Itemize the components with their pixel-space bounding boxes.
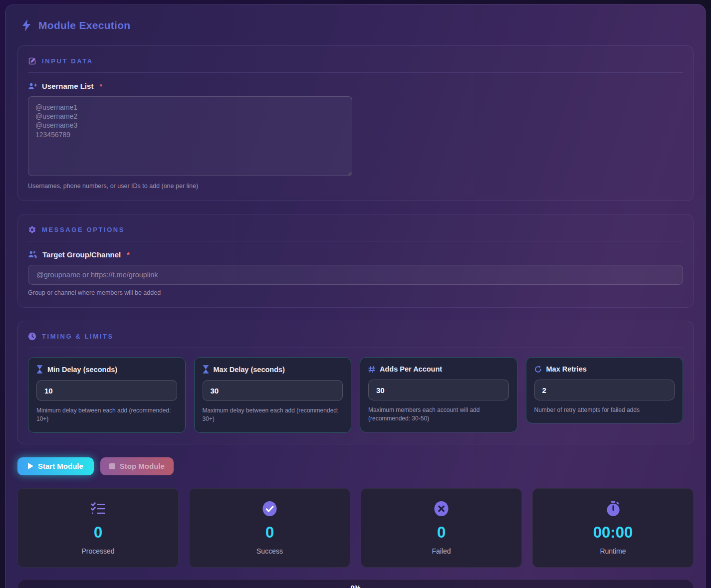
hash-icon bbox=[368, 366, 375, 373]
input-data-section-header: INPUT DATA bbox=[28, 55, 683, 73]
input-data-section: INPUT DATA Username List * Usernames, ph… bbox=[17, 45, 694, 201]
stop-icon bbox=[109, 463, 115, 469]
target-group-input[interactable] bbox=[28, 265, 683, 285]
max-retries-label: Max Retries bbox=[546, 365, 587, 373]
max-delay-helper: Maximum delay between each add (recommen… bbox=[203, 406, 343, 424]
username-list-textarea[interactable] bbox=[28, 96, 352, 176]
stop-module-label: Stop Module bbox=[120, 462, 165, 470]
lightning-bolt-icon bbox=[21, 19, 31, 31]
message-options-section-header: MESSAGE OPTIONS bbox=[28, 223, 683, 241]
username-list-label-row: Username List * bbox=[28, 82, 683, 90]
gear-icon bbox=[28, 225, 36, 234]
user-plus-icon bbox=[28, 82, 37, 90]
min-delay-label-row: Min Delay (seconds) bbox=[36, 365, 177, 374]
required-asterisk: * bbox=[127, 251, 129, 259]
runtime-label: Runtime bbox=[538, 547, 688, 555]
adds-per-account-card: Adds Per Account Maximum members each ac… bbox=[360, 357, 517, 432]
min-delay-label: Min Delay (seconds) bbox=[47, 366, 117, 374]
max-delay-card: Max Delay (seconds) Maximum delay betwee… bbox=[194, 357, 352, 433]
max-retries-card: Max Retries Number of retry attempts for… bbox=[526, 357, 684, 423]
runtime-stat-card: 00:00 Runtime bbox=[532, 488, 694, 568]
edit-icon bbox=[28, 57, 36, 65]
max-delay-label: Max Delay (seconds) bbox=[214, 366, 285, 374]
timing-grid: Min Delay (seconds) Minimum delay betwee… bbox=[28, 357, 683, 433]
tasks-icon bbox=[23, 500, 173, 518]
max-retries-label-row: Max Retries bbox=[534, 365, 675, 373]
page-header: Module Execution bbox=[21, 19, 694, 31]
username-list-label: Username List bbox=[42, 82, 93, 90]
max-delay-input[interactable] bbox=[203, 380, 343, 401]
progress-bar: 0% bbox=[17, 580, 694, 588]
target-group-label-row: Target Group/Channel * bbox=[28, 250, 683, 259]
min-delay-input[interactable] bbox=[36, 380, 177, 401]
clock-icon bbox=[28, 332, 36, 341]
redo-icon bbox=[534, 366, 542, 373]
hourglass-icon bbox=[36, 365, 43, 374]
success-stat-card: 0 Success bbox=[189, 488, 350, 568]
check-circle-icon bbox=[195, 500, 345, 518]
max-delay-label-row: Max Delay (seconds) bbox=[203, 365, 343, 374]
success-value: 0 bbox=[195, 524, 345, 542]
adds-per-account-input[interactable] bbox=[368, 380, 509, 400]
users-gear-icon bbox=[28, 250, 38, 259]
min-delay-helper: Minimum delay between each add (recommen… bbox=[36, 406, 177, 424]
timing-limits-section: TIMING & LIMITS Min Delay (seconds) Mini… bbox=[17, 321, 694, 444]
timing-limits-title: TIMING & LIMITS bbox=[42, 333, 114, 340]
max-retries-helper: Number of retry attempts for failed adds bbox=[534, 406, 675, 414]
stats-grid: 0 Processed 0 Success 0 Failed bbox=[17, 488, 694, 568]
target-group-helper: Group or channel where members will be a… bbox=[28, 289, 683, 296]
input-data-title: INPUT DATA bbox=[42, 57, 93, 65]
min-delay-card: Min Delay (seconds) Minimum delay betwee… bbox=[28, 357, 186, 433]
failed-value: 0 bbox=[366, 524, 516, 542]
timing-limits-section-header: TIMING & LIMITS bbox=[28, 330, 683, 348]
adds-per-account-label-row: Adds Per Account bbox=[368, 365, 509, 373]
x-circle-icon bbox=[366, 500, 516, 518]
processed-label: Processed bbox=[23, 547, 173, 555]
start-module-button[interactable]: Start Module bbox=[17, 457, 94, 475]
max-retries-input[interactable] bbox=[534, 380, 675, 400]
processed-value: 0 bbox=[23, 524, 173, 542]
play-icon bbox=[28, 463, 33, 469]
failed-label: Failed bbox=[366, 547, 516, 555]
failed-stat-card: 0 Failed bbox=[361, 488, 522, 568]
username-list-helper: Usernames, phone numbers, or user IDs to… bbox=[28, 183, 683, 190]
message-options-section: MESSAGE OPTIONS Target Group/Channel * G… bbox=[17, 214, 694, 308]
stopwatch-icon bbox=[538, 500, 688, 518]
required-asterisk: * bbox=[99, 82, 102, 90]
processed-stat-card: 0 Processed bbox=[17, 488, 179, 568]
stop-module-button[interactable]: Stop Module bbox=[100, 457, 174, 475]
page-title: Module Execution bbox=[38, 19, 130, 31]
hourglass-icon bbox=[203, 365, 209, 374]
runtime-value: 00:00 bbox=[538, 524, 688, 542]
module-controls: Start Module Stop Module bbox=[17, 457, 694, 475]
message-options-title: MESSAGE OPTIONS bbox=[42, 226, 125, 233]
adds-per-account-helper: Maximum members each account will add (r… bbox=[368, 406, 509, 423]
module-execution-panel: Module Execution INPUT DATA Usern bbox=[5, 4, 706, 588]
success-label: Success bbox=[195, 547, 345, 555]
progress-percent: 0% bbox=[350, 584, 360, 588]
target-group-label: Target Group/Channel bbox=[42, 250, 121, 259]
start-module-label: Start Module bbox=[38, 462, 83, 470]
adds-per-account-label: Adds Per Account bbox=[380, 365, 442, 373]
